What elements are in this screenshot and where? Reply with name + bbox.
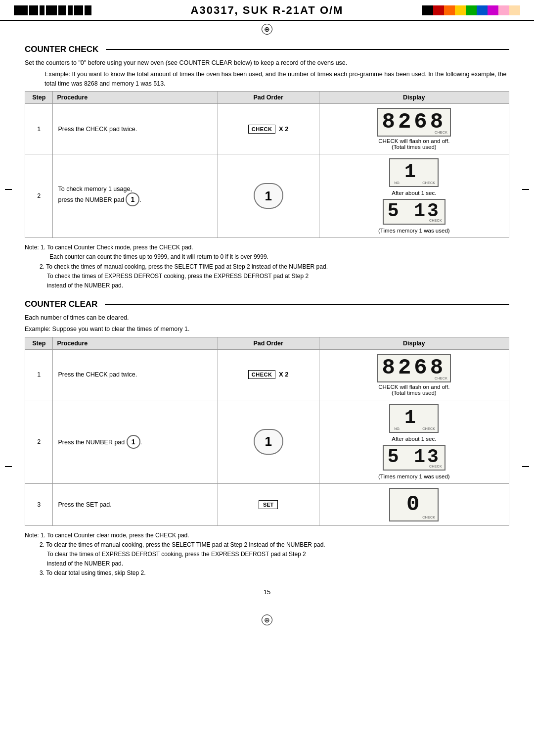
display-digits-8268-cc: 8268 [382, 357, 446, 378]
check-indicator-cc: CHECK [435, 377, 447, 380]
multiplier-label-2: X 2 [279, 371, 289, 378]
step-number: 1 [25, 104, 53, 154]
display-digits-513-cc: 5 13 [388, 448, 441, 467]
display-cell: 0 CHECK [319, 483, 509, 525]
counter-clear-notes: Note: 1. To cancel Counter clear mode, p… [25, 531, 509, 578]
table-row: 1 Press the CHECK pad twice. CHECK X 2 8… [25, 349, 509, 400]
col-procedure: Procedure [53, 92, 218, 104]
pad-order-cell: CHECK X 2 [218, 104, 319, 154]
procedure-text: Press the NUMBER pad 1. [53, 400, 218, 483]
check-button-label-2: CHECK [248, 370, 276, 379]
check-indicator-small-cc: CHECK [422, 427, 435, 430]
step-number: 3 [25, 483, 53, 525]
counter-check-title: COUNTER CHECK [25, 45, 509, 54]
display-8268-cc: 8268 CHECK [377, 354, 451, 382]
page-number: 15 [25, 588, 509, 596]
display-513-cc: 5 13 CHECK [383, 445, 445, 471]
col-pad-order: Pad Order [218, 92, 319, 104]
display-cell: 1 NO. CHECK After about 1 sec. 5 13 CHEC… [319, 400, 509, 483]
times-memory-caption-cc: (Times memory 1 was used) [378, 473, 450, 479]
after-1sec-caption-cc: After about 1 sec. [392, 436, 436, 442]
check-indicator-empty: CHECK [422, 516, 435, 519]
no-indicator-cc: NO. [394, 427, 400, 430]
step-number: 2 [25, 400, 53, 483]
display-8268: 8268 CHECK [377, 108, 451, 137]
check-indicator-513-cc: CHECK [429, 465, 442, 468]
multiplier-label: X 2 [279, 125, 289, 133]
display-digit-1-cc: 1 [404, 409, 424, 427]
times-memory-caption: (Times memory 1 was used) [378, 228, 450, 234]
check-button-label: CHECK [248, 125, 276, 134]
col-display: Display [319, 92, 509, 104]
right-reg-mark [522, 189, 529, 190]
right-reg-mark-bottom [522, 466, 529, 467]
procedure-text: Press the CHECK pad twice. [53, 349, 218, 400]
step-number: 1 [25, 349, 53, 400]
left-reg-mark-bottom [5, 466, 12, 467]
col-procedure-cc: Procedure [53, 337, 218, 349]
col-step: Step [25, 92, 53, 104]
procedure-text: To check memory 1 usage, press the NUMBE… [53, 154, 218, 238]
counter-check-intro2: Example: If you want to know the total a… [25, 70, 509, 89]
display-empty: 0 CHECK [389, 488, 439, 521]
display-cell: 1 NO. CHECK After about 1 sec. 5 13 CHEC… [319, 154, 509, 238]
col-display-cc: Display [319, 337, 509, 349]
set-button-label: SET [259, 500, 278, 509]
pad-order-cell: 1 [218, 400, 319, 483]
procedure-text: Press the SET pad. [53, 483, 218, 525]
counter-clear-title: COUNTER CLEAR [25, 299, 509, 309]
counter-check-notes: Note: 1. To cancel Counter Check mode, p… [25, 243, 509, 290]
counter-check-table: Step Procedure Pad Order Display 1 Press… [25, 91, 509, 238]
display-cell: 8268 CHECK CHECK will flash on and off.(… [319, 349, 509, 400]
top-reg-circle: ⊕ [262, 24, 272, 35]
after-1sec-caption: After about 1 sec. [392, 190, 436, 196]
no-indicator: NO. [394, 181, 400, 185]
pad-order-cell: CHECK X 2 [218, 349, 319, 400]
page-title: A30317, SUK R-21AT O/M [191, 4, 344, 17]
display-single-1-cc: 1 NO. CHECK [389, 404, 439, 433]
pad-order-cell: SET [218, 483, 319, 525]
check-indicator: CHECK [435, 131, 447, 134]
table-row: 1 Press the CHECK pad twice. CHECK X 2 8… [25, 104, 509, 154]
display-single-1: 1 NO. CHECK [389, 158, 439, 187]
col-pad-order-cc: Pad Order [218, 337, 319, 349]
black-pattern-bars [14, 4, 113, 17]
counter-clear-intro1: Each number of times can be cleared. [25, 313, 509, 323]
display-caption-1: CHECK will flash on and off.(Total times… [378, 138, 449, 150]
display-caption-cc1: CHECK will flash on and off.(Total times… [378, 384, 449, 396]
display-cell: 8268 CHECK CHECK will flash on and off.(… [319, 104, 509, 154]
step-number: 2 [25, 154, 53, 238]
table-row: 2 To check memory 1 usage, press the NUM… [25, 154, 509, 238]
counter-check-intro1: Set the counters to "0" before using you… [25, 58, 509, 68]
display-digits-8268: 8268 [382, 111, 446, 133]
bottom-reg-circle: ⊕ [262, 614, 272, 625]
check-indicator-513: CHECK [429, 219, 442, 222]
display-513: 5 13 CHECK [383, 199, 445, 225]
color-bars [421, 4, 520, 17]
counter-clear-intro2: Example: Suppose you want to clear the t… [25, 325, 509, 334]
table-row: 2 Press the NUMBER pad 1. 1 1 NO. CHECK [25, 400, 509, 483]
procedure-text: Press the CHECK pad twice. [53, 104, 218, 154]
display-digit-1: 1 [404, 163, 424, 182]
check-indicator-small: CHECK [422, 181, 435, 185]
table-row: 3 Press the SET pad. SET 0 CHECK [25, 483, 509, 525]
col-step-cc: Step [25, 337, 53, 349]
counter-clear-table: Step Procedure Pad Order Display 1 Press… [25, 337, 509, 526]
pad-order-cell: 1 [218, 154, 319, 238]
display-digits-513: 5 13 [388, 202, 441, 221]
left-reg-mark [5, 189, 12, 190]
